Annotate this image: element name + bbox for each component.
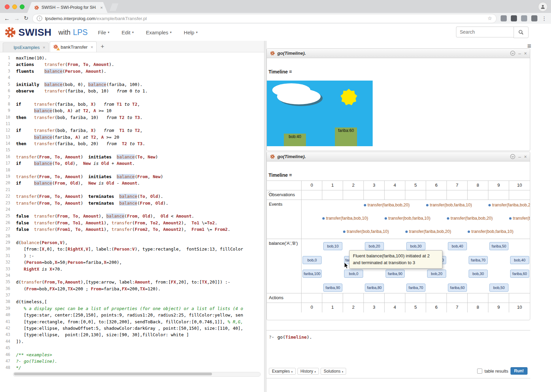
fluent-cell[interactable]: bob,30	[406, 242, 425, 250]
run-button[interactable]: Run!	[511, 367, 528, 375]
event-item[interactable]: transfer(fariba,bob,20)	[405, 229, 451, 234]
code-line[interactable]: 7	[0, 94, 264, 101]
close-icon[interactable]: ×	[524, 51, 527, 56]
code-line[interactable]: 1maxTime(10).	[0, 55, 264, 61]
code-line[interactable]: 22transfer(From, To, Amount) terminates …	[0, 193, 264, 200]
fluent-cell[interactable]: fariba,60	[510, 270, 529, 278]
examples-button[interactable]: Examples▴	[269, 368, 296, 375]
code-line[interactable]: 32 (Person=bob,X=50;Person=fariba,X=200)…	[0, 259, 264, 266]
fluent-cell[interactable]: fariba,70	[469, 256, 488, 264]
tab-close-icon[interactable]: ×	[91, 45, 93, 50]
code-line[interactable]: 15	[0, 147, 264, 153]
extension-icon[interactable]	[521, 15, 527, 21]
code-line[interactable]: 30 [from:[X,0], to:[RightX,V], label:(Pe…	[0, 246, 264, 252]
file-tab-lpsexamples[interactable]: lpsExamples ×	[3, 42, 49, 52]
browser-menu-icon[interactable]: ⋮	[541, 15, 547, 22]
search-button[interactable]	[514, 27, 529, 38]
fluent-cell[interactable]: bob,20	[365, 242, 384, 250]
fluent-cell[interactable]: bob,0	[344, 270, 363, 278]
browser-tab[interactable]: SWISH -- SWI-Prolog for SHar... ×	[27, 2, 108, 13]
code-line[interactable]: 39 % a display spec can be a list of pro…	[0, 305, 264, 312]
panel-header[interactable]: go(Timeline). – ×	[267, 49, 530, 58]
minimize-icon[interactable]: –	[518, 154, 521, 159]
profile-avatar[interactable]	[538, 2, 548, 12]
code-line[interactable]: 27false transfer(From1, To, Amount1), tr…	[0, 226, 264, 233]
tab-close-icon[interactable]: ×	[43, 45, 46, 50]
code-line[interactable]: 47?- go(Timeline).	[0, 358, 264, 364]
event-item[interactable]: transfer(bob,fariba,10)	[468, 229, 514, 234]
extension-icon[interactable]	[501, 15, 507, 21]
code-line[interactable]: 33 RightX is X+70.	[0, 266, 264, 272]
event-item[interactable]: transfer(fariba,bob,20)	[447, 216, 493, 221]
window-zoom-button[interactable]	[20, 4, 25, 9]
code-line[interactable]: 31 ) :-	[0, 253, 264, 259]
search-input[interactable]	[456, 27, 514, 37]
table-results-checkbox[interactable]	[477, 369, 482, 374]
code-line[interactable]: 45	[0, 345, 264, 351]
fluent-cell[interactable]: bob,30	[469, 270, 488, 278]
fluent-cell[interactable]: bob,0	[303, 256, 322, 264]
code-line[interactable]: 21	[0, 187, 264, 193]
query-code[interactable]: go(Timeline).	[277, 335, 312, 340]
fluent-cell[interactable]: fariba,60	[448, 284, 467, 292]
fluent-cell[interactable]: fariba,70	[406, 284, 425, 292]
code-line[interactable]: 23transfer(From, To, Amount) terminates …	[0, 200, 264, 206]
code-line[interactable]: 26false transfer(From, To1, Amount1), tr…	[0, 220, 264, 226]
extension-icon[interactable]	[511, 15, 517, 21]
code-line[interactable]: 12if transfer(bob, fariba, X) from T1 to…	[0, 127, 264, 134]
fluent-cell[interactable]: bob,40	[510, 256, 529, 264]
lps-label[interactable]: LPS	[73, 28, 87, 37]
code-line[interactable]: 42 [type:ellipse, shadowOffset:5, shadow…	[0, 325, 264, 331]
code-line[interactable]: 11	[0, 121, 264, 127]
code-line[interactable]: 20if balance(From, Old), New is Old - Am…	[0, 180, 264, 186]
code-line[interactable]: 14then transfer(fariba, bob, 20) from T2…	[0, 140, 264, 147]
new-editor-tab-button[interactable]: +	[98, 43, 108, 52]
fluent-cell[interactable]: fariba,80	[365, 284, 384, 292]
event-item[interactable]: transfer(fariba,bob,20)	[364, 203, 410, 207]
collapse-icon[interactable]	[510, 154, 515, 159]
code-line[interactable]: 41 [type:rectangle, from:[0,0], to:[320,…	[0, 319, 264, 325]
code-line[interactable]: 40 [type:star, center:[250,150], points:…	[0, 312, 264, 318]
fluent-cell[interactable]: fariba,90	[386, 270, 405, 278]
extension-icon[interactable]	[531, 15, 537, 21]
editor-hscrollbar[interactable]	[13, 372, 261, 377]
pane-splitter[interactable]	[264, 41, 266, 392]
code-editor[interactable]: 1maxTime(10).2actions transfer(From, To,…	[0, 53, 264, 392]
panel-header[interactable]: go(Timeline). – ×	[267, 152, 530, 161]
code-line[interactable]: 35d(transfer(From,To,Amount),[type:arrow…	[0, 279, 264, 285]
code-line[interactable]: 5initially balance(bob, 0), balance(fari…	[0, 81, 264, 88]
scrollbar-thumb[interactable]	[14, 373, 212, 375]
fluent-cell[interactable]: bob,50	[489, 284, 508, 292]
code-line[interactable]: 13 balance(fariba, A) at T2, A >= 20	[0, 134, 264, 140]
bookmark-star-icon[interactable]: ☆	[488, 15, 492, 21]
code-line[interactable]: 29d(balance(Person,V),	[0, 239, 264, 246]
fluent-cell[interactable]: fariba,100	[303, 270, 322, 278]
code-line[interactable]: 18	[0, 167, 264, 173]
code-line[interactable]: 25false transfer(From, To, Amount), bala…	[0, 213, 264, 219]
code-line[interactable]: 34	[0, 272, 264, 279]
window-minimize-button[interactable]	[12, 4, 17, 9]
refresh-button[interactable]: ↻	[24, 16, 28, 21]
url-field[interactable]: i lpsdemo.interprolog.com/example/bankTr…	[32, 14, 497, 23]
code-line[interactable]: 3fluents balance(Person, Amount).	[0, 68, 264, 74]
file-tab-banktransfer[interactable]: bankTransfer ×	[50, 41, 97, 52]
code-line[interactable]: 2actions transfer(From, To, Amount).	[0, 61, 264, 68]
menu-edit[interactable]: Edit▾	[121, 30, 133, 35]
event-item[interactable]: transfer(bob,fariba,10)	[509, 216, 530, 221]
code-line[interactable]: 9 balance(bob, A) at T2, A >= 10	[0, 107, 264, 114]
fluent-cell[interactable]: bob,40	[448, 242, 467, 250]
code-line[interactable]: 17if balance(To, Old), New is Old + Amou…	[0, 160, 264, 167]
code-line[interactable]: 46/** <examples>	[0, 352, 264, 358]
code-line[interactable]: 4	[0, 74, 264, 81]
menu-examples[interactable]: Examples▾	[146, 30, 172, 35]
fluent-cell[interactable]: fariba,50	[489, 242, 508, 250]
fluent-cell[interactable]: fariba,90	[323, 284, 342, 292]
menu-help[interactable]: Help▾	[184, 30, 197, 35]
new-tab-button[interactable]	[110, 3, 118, 11]
minimize-icon[interactable]: –	[518, 51, 521, 56]
tab-close-icon[interactable]: ×	[100, 5, 103, 10]
event-item[interactable]: transfer(fariba,bob,10)	[322, 216, 368, 221]
code-line[interactable]: 16transfer(From, To, Amount) initiates b…	[0, 154, 264, 160]
code-line[interactable]: 43 [type:ellipse, point:[20,130], size:[…	[0, 331, 264, 338]
event-item[interactable]: transfer(bob,fariba,10)	[385, 216, 431, 221]
